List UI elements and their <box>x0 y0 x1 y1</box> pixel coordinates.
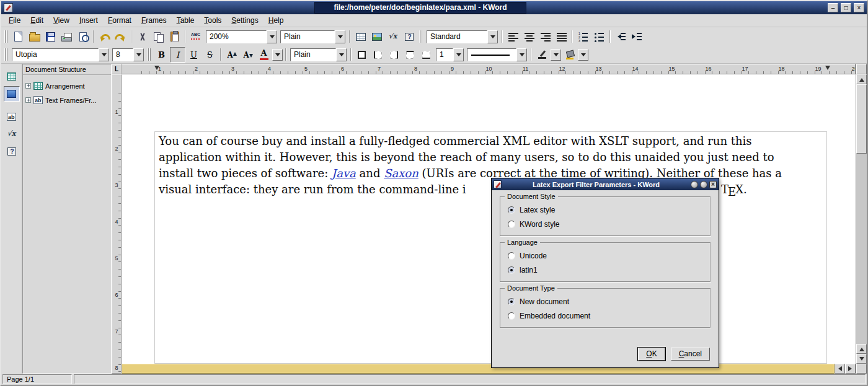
copy-button[interactable] <box>151 29 166 45</box>
cancel-button[interactable]: Cancel <box>671 348 710 361</box>
bold-button[interactable]: B <box>154 47 169 63</box>
border-style-dropdown-button[interactable] <box>516 48 527 61</box>
tree-item-arrangement[interactable]: Arrangement <box>25 79 110 93</box>
scrollbar-track[interactable] <box>856 154 867 344</box>
spellcheck-button[interactable] <box>188 29 204 45</box>
font-color-dropdown-button[interactable] <box>272 49 283 61</box>
dialog-minimize-button[interactable] <box>691 181 698 188</box>
formula-frame-tool[interactable] <box>4 126 20 142</box>
radio-selected-icon[interactable] <box>508 266 515 274</box>
align-justify-button[interactable] <box>554 29 569 45</box>
border-outline-button[interactable] <box>354 47 370 63</box>
superscript-button[interactable] <box>224 47 239 63</box>
underline-button[interactable]: U <box>186 47 202 63</box>
maximize-button[interactable]: □ <box>841 3 851 12</box>
picture-frame-tool[interactable] <box>4 86 20 102</box>
paragraph-style-combobox[interactable]: Standard <box>427 30 498 43</box>
document-view[interactable]: You can of course buy and install a full… <box>122 74 856 364</box>
horizontal-scrollbar[interactable] <box>122 364 856 374</box>
scroll-up-button-bottom[interactable] <box>856 344 867 354</box>
new-document-button[interactable] <box>11 29 26 45</box>
dialog-titlebar[interactable]: Latex Export Filter Parameters - KWord × <box>492 178 719 190</box>
italic-button[interactable]: I <box>170 47 185 63</box>
decrease-indent-button[interactable] <box>613 29 629 45</box>
table-frame-tool[interactable] <box>4 69 20 84</box>
border-width-value[interactable]: 1 <box>436 48 453 61</box>
text-frame-tool[interactable] <box>4 109 20 125</box>
radio-embedded-document[interactable]: Embedded document <box>500 309 710 323</box>
right-margin-marker[interactable] <box>825 66 830 72</box>
menu-frames[interactable]: Frames <box>136 15 172 27</box>
menu-settings[interactable]: Settings <box>226 15 263 27</box>
toolbar-handle[interactable] <box>419 30 423 43</box>
character-style-value[interactable]: Plain <box>290 48 336 61</box>
vertical-scrollbar[interactable] <box>856 64 867 374</box>
radio-selected-icon[interactable] <box>508 206 515 214</box>
numbered-list-button[interactable] <box>575 29 591 45</box>
minimize-button[interactable]: – <box>828 3 838 12</box>
text-style-value[interactable]: Plain <box>280 30 335 43</box>
border-width-combobox[interactable]: 1 <box>436 48 464 61</box>
tab-type-selector[interactable]: L <box>112 64 122 74</box>
radio-selected-icon[interactable] <box>508 298 515 305</box>
scroll-up-button[interactable] <box>856 74 867 84</box>
zoom-dropdown-button[interactable] <box>267 30 277 43</box>
radio-unicode[interactable]: Unicode <box>500 248 710 263</box>
toolbar-handle[interactable] <box>4 30 8 43</box>
menu-insert[interactable]: Insert <box>74 15 103 27</box>
menu-file[interactable]: File <box>4 15 25 27</box>
increase-indent-button[interactable] <box>629 29 645 45</box>
text-style-dropdown-button[interactable] <box>335 30 345 43</box>
insert-picture-button[interactable] <box>369 29 384 45</box>
radio-new-document[interactable]: New document <box>500 294 710 309</box>
border-right-button[interactable] <box>386 47 402 63</box>
border-width-dropdown-button[interactable] <box>453 48 464 61</box>
redo-button[interactable] <box>113 29 128 45</box>
align-center-button[interactable] <box>521 29 537 45</box>
print-button[interactable] <box>59 29 74 45</box>
font-size-combobox[interactable]: 8 <box>112 48 144 61</box>
radio-latex-style[interactable]: Latex style <box>500 203 710 217</box>
open-document-button[interactable] <box>27 29 42 45</box>
border-color-button[interactable] <box>534 47 550 63</box>
zoom-combobox[interactable]: 200% <box>206 30 277 43</box>
font-family-value[interactable]: Utopia <box>12 48 99 61</box>
undo-button[interactable] <box>97 29 112 45</box>
expander-icon[interactable] <box>25 97 31 103</box>
zoom-value[interactable]: 200% <box>206 30 267 43</box>
insert-table-button[interactable] <box>353 29 368 45</box>
font-family-dropdown-button[interactable] <box>99 48 109 61</box>
tree-item-text-frames[interactable]: Text Frames/Fr... <box>25 93 110 107</box>
print-preview-button[interactable] <box>75 29 91 45</box>
font-size-dropdown-button[interactable] <box>133 48 144 61</box>
horizontal-scrollbar-thumb[interactable] <box>122 364 835 374</box>
radio-kword-style[interactable]: KWord style <box>500 217 710 231</box>
cut-button[interactable] <box>135 29 150 45</box>
left-margin-marker[interactable] <box>154 66 159 72</box>
font-family-combobox[interactable]: Utopia <box>12 48 109 61</box>
font-color-button[interactable] <box>256 47 272 63</box>
background-color-dropdown-button[interactable] <box>578 49 588 61</box>
menu-format[interactable]: Format <box>103 15 136 27</box>
menu-table[interactable]: Table <box>172 15 200 27</box>
paste-button[interactable] <box>167 29 182 45</box>
scroll-right-button[interactable] <box>845 364 856 374</box>
close-button[interactable]: × <box>854 3 864 12</box>
font-size-value[interactable]: 8 <box>112 48 133 61</box>
character-style-dropdown-button[interactable] <box>336 48 347 61</box>
align-right-button[interactable] <box>538 29 553 45</box>
border-left-button[interactable] <box>370 47 386 63</box>
menu-help[interactable]: Help <box>264 15 289 27</box>
align-left-button[interactable] <box>505 29 521 45</box>
radio-unselected-icon[interactable] <box>508 221 515 228</box>
strikethrough-button[interactable]: S <box>202 47 218 63</box>
link-java[interactable]: Java <box>332 167 356 180</box>
radio-unselected-icon[interactable] <box>508 252 515 260</box>
paragraph-style-value[interactable]: Standard <box>427 30 487 43</box>
link-saxon[interactable]: Saxon <box>384 167 418 180</box>
insert-object-button[interactable] <box>401 29 417 45</box>
border-style-combobox[interactable] <box>467 48 527 61</box>
toolbar-handle[interactable] <box>148 48 151 61</box>
border-color-dropdown-button[interactable] <box>551 49 561 61</box>
vertical-scrollbar-thumb[interactable] <box>856 84 867 154</box>
